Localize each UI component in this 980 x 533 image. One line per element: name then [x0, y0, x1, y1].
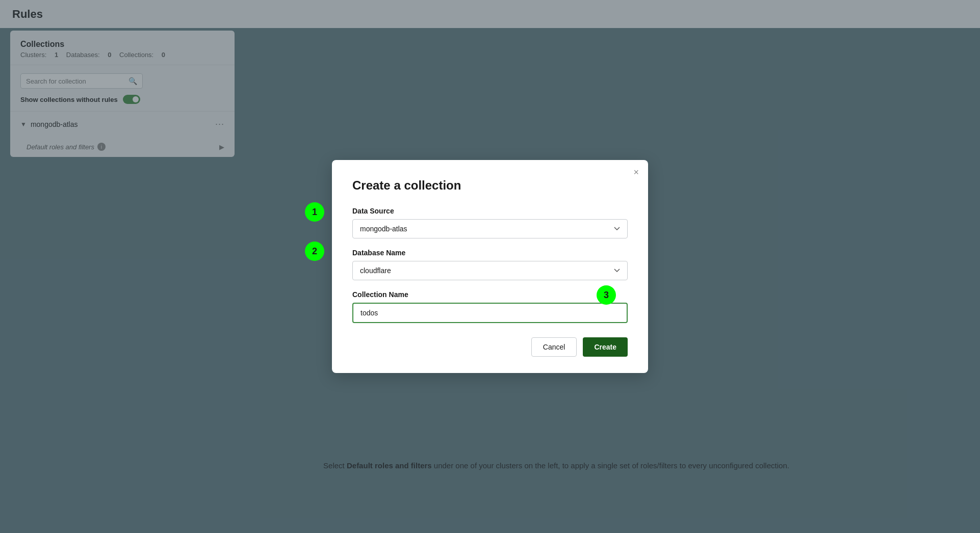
modal-overlay: × Create a collection Data Source mongod… [0, 0, 980, 533]
database-name-group: Database Name cloudflare [352, 249, 628, 280]
create-button[interactable]: Create [583, 337, 628, 357]
data-source-label: Data Source [352, 207, 628, 215]
collection-name-label: Collection Name [352, 290, 628, 299]
cancel-button[interactable]: Cancel [531, 337, 577, 357]
modal-title: Create a collection [352, 178, 628, 193]
data-source-group: Data Source mongodb-atlas [352, 207, 628, 238]
modal: × Create a collection Data Source mongod… [332, 160, 648, 373]
step-badge-2: 2 [305, 242, 324, 261]
database-name-label: Database Name [352, 249, 628, 257]
database-name-select[interactable]: cloudflare [352, 261, 628, 280]
modal-close-button[interactable]: × [633, 167, 639, 178]
modal-footer: Cancel Create [352, 337, 628, 357]
collection-name-input[interactable] [352, 303, 628, 323]
data-source-select[interactable]: mongodb-atlas [352, 219, 628, 238]
step-badge-1: 1 [305, 202, 324, 222]
collection-name-group: Collection Name [352, 290, 628, 323]
step-badge-3: 3 [597, 285, 616, 305]
